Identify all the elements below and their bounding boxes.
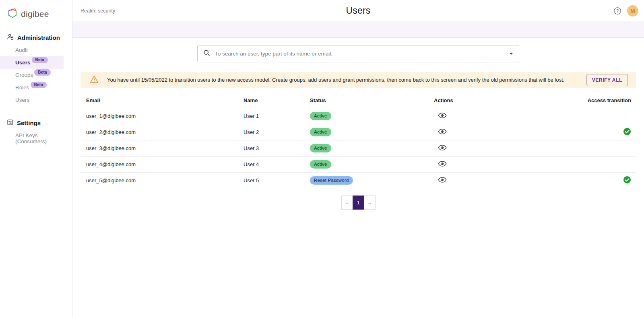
eye-icon[interactable]	[438, 161, 447, 167]
banner-text: You have until 15/05/2022 to transition …	[107, 77, 564, 83]
column-header-actions: Actions	[434, 97, 557, 103]
check-circle-icon	[623, 128, 631, 136]
cell-email: user_2@digibee.com	[86, 129, 244, 135]
column-header-name: Name	[244, 97, 310, 103]
user-search-box	[197, 45, 519, 62]
content: You have until 15/05/2022 to transition …	[72, 38, 644, 210]
cell-name: User 2	[244, 129, 310, 135]
sidebar-item-api-keys[interactable]: API Keys (Consumers)	[0, 129, 64, 148]
beta-badge: Beta	[34, 69, 50, 76]
sidebar-section-settings: Settings API Keys (Consumers)	[0, 117, 72, 148]
sub-header-strip	[72, 21, 644, 38]
table-row: user_4@digibee.com User 4 Active	[80, 156, 636, 172]
table-row: user_5@digibee.com User 5 Reset Password	[80, 172, 636, 188]
user-avatar[interactable]: M	[627, 5, 638, 16]
sidebar-item-users-legacy[interactable]: Users	[0, 94, 64, 106]
pagination: ← 1 →	[80, 196, 636, 210]
cell-email: user_1@digibee.com	[86, 113, 244, 119]
digibee-cube-icon	[6, 7, 18, 21]
sidebar-item-roles[interactable]: Roles Beta	[0, 81, 64, 94]
pagination-page-1[interactable]: 1	[353, 196, 364, 210]
administration-section-header: Administration	[0, 31, 72, 44]
eye-icon[interactable]	[438, 177, 447, 183]
column-header-email: Email	[86, 97, 244, 103]
status-badge: Reset Password	[310, 176, 353, 185]
check-circle-icon	[623, 176, 631, 184]
transition-warning-banner: You have until 15/05/2022 to transition …	[80, 72, 636, 88]
beta-badge: Beta	[32, 57, 48, 63]
eye-icon[interactable]	[438, 112, 447, 119]
svg-text:?: ?	[616, 8, 619, 13]
table-row: user_3@digibee.com User 3 Active	[80, 140, 636, 156]
status-badge: Active	[310, 112, 331, 120]
chevron-down-icon[interactable]	[509, 53, 513, 55]
user-lock-icon	[7, 33, 14, 41]
search-input[interactable]	[215, 51, 509, 57]
sidebar-section-administration: Administration Audit Users Beta Groups B…	[0, 31, 72, 106]
pagination-prev-button[interactable]: ←	[341, 196, 353, 210]
table-row: user_1@digibee.com User 1 Active	[80, 108, 636, 124]
column-header-status: Status	[310, 97, 434, 103]
cell-email: user_4@digibee.com	[86, 161, 244, 167]
search-icon	[203, 49, 210, 58]
eye-icon[interactable]	[438, 144, 447, 151]
users-table: Email Name Status Actions Access transit…	[80, 93, 636, 188]
table-header-row: Email Name Status Actions Access transit…	[80, 93, 636, 108]
top-bar: Realm: security Users ? M	[72, 0, 644, 21]
sidebar-item-groups[interactable]: Groups Beta	[0, 69, 64, 81]
cell-email: user_5@digibee.com	[86, 177, 244, 183]
beta-badge: Beta	[31, 82, 47, 88]
sidebar-item-audit[interactable]: Audit	[0, 44, 64, 56]
cell-name: User 1	[244, 113, 310, 119]
column-header-access-transition: Access transition	[557, 97, 636, 103]
status-badge: Active	[310, 160, 331, 169]
page-title: Users	[72, 5, 644, 16]
cell-email: user_3@digibee.com	[86, 145, 244, 151]
main-area: Realm: security Users ? M	[72, 0, 644, 317]
settings-icon	[7, 119, 13, 127]
sidebar-item-users-beta[interactable]: Users Beta	[0, 56, 64, 69]
cell-name: User 5	[244, 177, 310, 183]
cell-name: User 4	[244, 161, 310, 167]
user-table-body: user_1@digibee.com User 1 Active user_2@…	[80, 108, 636, 188]
status-badge: Active	[310, 128, 331, 136]
verify-all-button[interactable]: VERIFY ALL	[586, 74, 628, 86]
pagination-next-button[interactable]: →	[364, 196, 376, 210]
cell-name: User 3	[244, 145, 310, 151]
status-badge: Active	[310, 144, 331, 152]
warning-triangle-icon	[90, 75, 99, 85]
eye-icon[interactable]	[438, 128, 447, 135]
settings-section-header: Settings	[0, 117, 72, 129]
digibee-logo[interactable]: digibee	[0, 6, 72, 21]
table-row: user_2@digibee.com User 2 Active	[80, 124, 636, 140]
sidebar: digibee Administration Audit Users	[0, 0, 72, 317]
app-root: digibee Administration Audit Users	[0, 0, 644, 317]
help-icon[interactable]: ?	[613, 7, 621, 15]
logo-wordmark: digibee	[21, 9, 49, 19]
